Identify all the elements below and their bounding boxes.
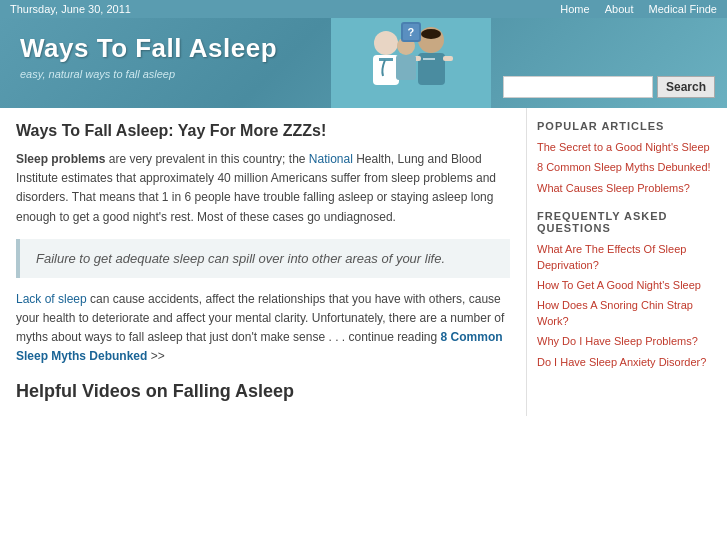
svg-rect-9	[423, 58, 435, 60]
popular-articles-list: The Secret to a Good Night's Sleep8 Comm…	[537, 140, 717, 196]
svg-rect-3	[379, 58, 393, 61]
faq-title: FREQUENTLY ASKED QUESTIONS	[537, 210, 717, 234]
faq-link[interactable]: Do I Have Sleep Anxiety Disorder?	[537, 355, 717, 370]
popular-article-link[interactable]: The Secret to a Good Night's Sleep	[537, 140, 717, 155]
header: Ways To Fall Asleep easy, natural ways t…	[0, 18, 727, 108]
popular-article-link[interactable]: What Causes Sleep Problems?	[537, 181, 717, 196]
header-image: ?	[331, 18, 491, 108]
svg-point-8	[421, 29, 441, 39]
popular-articles-title: POPULAR ARTICLES	[537, 120, 717, 132]
callout-text: Failure to get adequate sleep can spill …	[36, 251, 445, 266]
sidebar: POPULAR ARTICLES The Secret to a Good Ni…	[527, 108, 727, 416]
svg-rect-11	[396, 55, 416, 80]
faq-link[interactable]: How Does A Snoring Chin Strap Work?	[537, 298, 717, 329]
body-text: Lack of sleep can cause accidents, affec…	[16, 290, 510, 367]
faq-link[interactable]: Why Do I Have Sleep Problems?	[537, 334, 717, 349]
main-content: Ways To Fall Asleep: Yay For More ZZZs! …	[0, 108, 527, 416]
search-input[interactable]	[503, 76, 653, 98]
body-text-content: can cause accidents, affect the relation…	[16, 292, 504, 344]
national-link[interactable]: National	[309, 152, 353, 166]
top-bar: Thursday, June 30, 2011 Home About Medic…	[0, 0, 727, 18]
popular-article-link[interactable]: 8 Common Sleep Myths Debunked!	[537, 160, 717, 175]
date-label: Thursday, June 30, 2011	[10, 3, 131, 15]
search-button[interactable]: Search	[657, 76, 715, 98]
intro-text: Sleep problems are very prevalent in thi…	[16, 150, 510, 227]
header-left: Ways To Fall Asleep easy, natural ways t…	[0, 18, 331, 108]
nav-about[interactable]: About	[605, 3, 634, 15]
callout-box: Failure to get adequate sleep can spill …	[16, 239, 510, 278]
content-wrapper: Ways To Fall Asleep: Yay For More ZZZs! …	[0, 108, 727, 416]
lack-of-sleep-link[interactable]: Lack of sleep	[16, 292, 87, 306]
question-icon: ?	[401, 22, 421, 42]
svg-rect-5	[418, 53, 445, 85]
search-area: Search	[491, 18, 727, 108]
svg-point-1	[374, 31, 398, 55]
page-heading: Ways To Fall Asleep: Yay For More ZZZs!	[16, 122, 510, 140]
intro-bold: Sleep problems	[16, 152, 105, 166]
faq-link[interactable]: How To Get A Good Night's Sleep	[537, 278, 717, 293]
svg-rect-7	[443, 56, 453, 61]
intro-text-part1: are very prevalent in this country; the	[105, 152, 308, 166]
top-nav: Home About Medical Finde	[548, 3, 717, 15]
arrow-text: >>	[147, 349, 164, 363]
site-title: Ways To Fall Asleep	[20, 33, 311, 64]
nav-home[interactable]: Home	[560, 3, 589, 15]
faq-list: What Are The Effects Of Sleep Deprivatio…	[537, 242, 717, 370]
faq-link[interactable]: What Are The Effects Of Sleep Deprivatio…	[537, 242, 717, 273]
site-tagline: easy, natural ways to fall asleep	[20, 68, 311, 80]
videos-heading: Helpful Videos on Falling Asleep	[16, 381, 510, 402]
nav-medical[interactable]: Medical Finde	[649, 3, 717, 15]
